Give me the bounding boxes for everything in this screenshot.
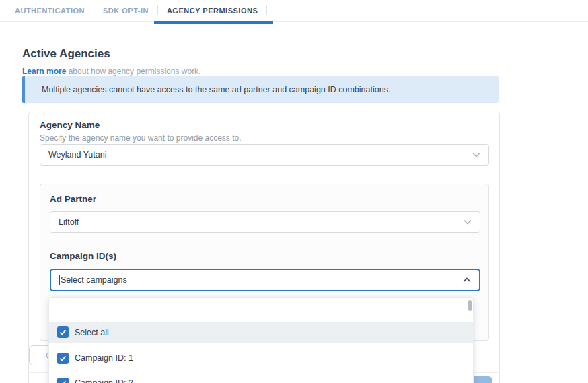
agency-name-select[interactable]: Weyland Yutani [40,144,489,166]
tab-bar: AUTHENTICATION SDK OPT-IN AGENCY PERMISS… [0,0,588,24]
campaign-ids-input-text: Select campaigns [59,275,127,285]
info-banner-text: Multiple agencies cannot have access to … [42,85,390,94]
campaign-ids-placeholder: Select campaigns [61,275,127,285]
campaign-dropdown-panel: Select all Campaign ID: 1 Campaign ID: 2 [48,297,474,383]
learn-more-rest-text: about how agency permissions work. [66,67,200,76]
campaign-option-list: Select all Campaign ID: 1 Campaign ID: 2 [49,322,473,383]
chevron-down-icon [472,152,480,158]
tab-sdk-opt-in[interactable]: SDK OPT-IN [94,0,157,21]
dropdown-scrollbar[interactable] [468,300,472,311]
info-banner: Multiple agencies cannot have access to … [22,76,499,103]
chevron-down-icon [464,219,472,225]
page-subtext: Learn more about how agency permissions … [22,67,200,76]
checkmark-icon [59,329,67,335]
campaign-1-checkbox[interactable] [57,353,69,364]
ad-partner-select[interactable]: Liftoff [50,211,480,233]
chevron-up-icon [463,277,471,283]
option-label: Campaign ID: 2 [75,378,133,383]
learn-more-link[interactable]: Learn more [22,67,66,76]
partially-visible-primary-button[interactable] [471,376,492,383]
ad-partner-label: Ad Partner [50,194,96,204]
checkmark-icon [59,355,67,361]
campaign-ids-label: Campaign ID(s) [50,251,116,261]
tab-separator [266,5,267,15]
tab-bar-divider [0,21,588,22]
page-title: Active Agencies [22,47,110,61]
option-campaign-2[interactable]: Campaign ID: 2 [49,372,473,383]
agency-name-label: Agency Name [40,120,100,130]
select-all-checkbox[interactable] [57,326,69,338]
text-caret [59,275,60,285]
option-campaign-1[interactable]: Campaign ID: 1 [49,347,473,369]
ad-partner-value: Liftoff [59,217,79,227]
agency-name-help: Specify the agency name you want to prov… [40,133,242,143]
tab-authentication[interactable]: AUTHENTICATION [15,0,94,21]
option-label: Select all [75,328,109,337]
campaign-2-checkbox[interactable] [57,378,69,383]
campaign-ids-select[interactable]: Select campaigns [50,269,480,291]
checkmark-icon [59,380,67,383]
option-select-all[interactable]: Select all [49,322,473,343]
tab-agency-permissions[interactable]: AGENCY PERMISSIONS [158,0,266,21]
agency-name-value: Weyland Yutani [48,150,106,160]
option-label: Campaign ID: 1 [75,353,133,363]
